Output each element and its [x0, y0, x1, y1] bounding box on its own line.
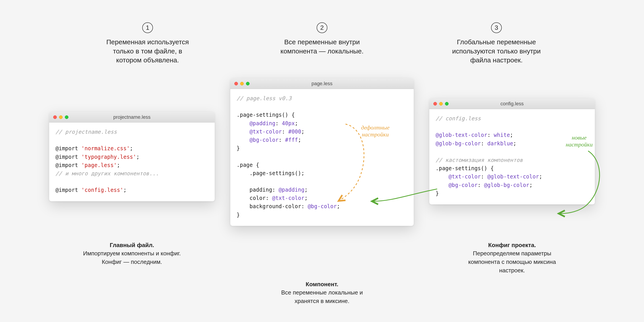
code-page: // page.less v0.3 .page-settings() { @pa…: [230, 89, 414, 226]
window-config: config.less // config.less @glob-text-co…: [429, 98, 595, 204]
step-2-desc: Все переменные внутри компонента — локал…: [262, 38, 382, 56]
step-3-header: 3 Глобальные переменные используются тол…: [436, 22, 557, 65]
window-page: page.less // page.less v0.3 .page-settin…: [230, 78, 414, 226]
step-2-header: 2 Все переменные внутри компонента — лок…: [262, 22, 382, 56]
step-1-desc: Переменная используется только в том фай…: [87, 38, 208, 65]
window-title: projectname.less: [49, 114, 215, 120]
window-title: config.less: [429, 101, 595, 107]
step-1-header: 1 Переменная используется только в том ф…: [87, 22, 208, 65]
code-projectname: // projectname.less @import 'normalize.c…: [49, 122, 215, 201]
caption-main-file: Главный файл. Импортируем компоненты и к…: [67, 232, 197, 274]
titlebar: config.less: [429, 98, 595, 109]
window-title: page.less: [230, 81, 414, 86]
titlebar: projectname.less: [49, 112, 215, 122]
window-projectname: projectname.less // projectname.less @im…: [49, 112, 215, 201]
step-1-number: 1: [142, 22, 153, 33]
step-2-number: 2: [317, 22, 327, 33]
caption-config: Конфиг проекта. Переопределяем параметры…: [447, 232, 577, 283]
code-config: // config.less @glob-text-color: white; …: [429, 109, 595, 204]
step-3-number: 3: [491, 22, 502, 33]
titlebar: page.less: [230, 78, 414, 89]
note-new-settings: новые настройки: [566, 134, 592, 148]
caption-component: Компонент. Все переменные локальные и хр…: [257, 272, 387, 314]
note-default-settings: дефолтные настройки: [361, 124, 390, 138]
step-3-desc: Глобальные переменные используются тольк…: [436, 38, 557, 65]
